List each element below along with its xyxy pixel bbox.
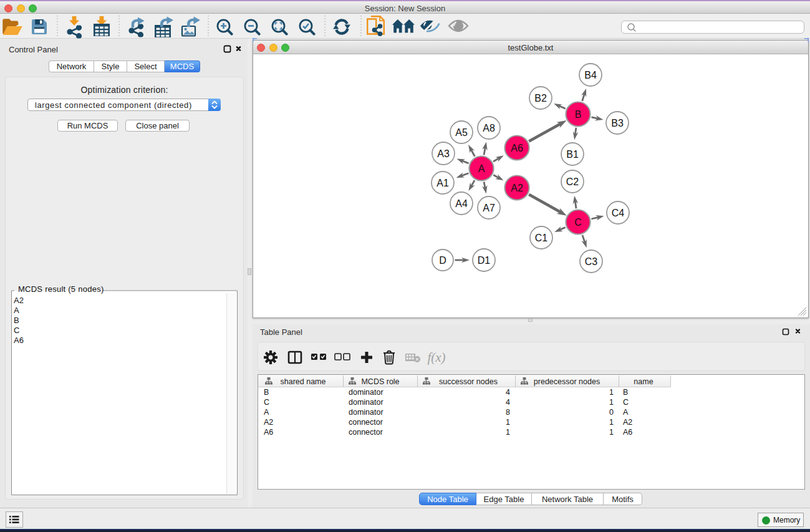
svg-text:A2: A2 (623, 418, 632, 427)
svg-text:shared name: shared name (281, 377, 326, 386)
svg-text:A8: A8 (483, 123, 495, 133)
svg-text:A5: A5 (455, 127, 468, 138)
svg-text:A6: A6 (264, 428, 273, 437)
svg-text:B4: B4 (584, 70, 597, 80)
svg-text:C: C (574, 217, 582, 228)
svg-text:A6: A6 (623, 428, 632, 437)
svg-text:C1: C1 (535, 233, 548, 243)
svg-text:dominator: dominator (349, 388, 383, 397)
svg-text:1: 1 (506, 428, 510, 437)
svg-text:name: name (634, 377, 653, 386)
svg-text:MCDS role: MCDS role (361, 377, 399, 386)
svg-text:B: B (575, 109, 582, 120)
svg-text:1: 1 (506, 418, 510, 427)
svg-text:B: B (264, 388, 269, 397)
svg-text:4: 4 (506, 398, 510, 407)
svg-text:B2: B2 (534, 93, 547, 104)
svg-text:A: A (623, 408, 629, 417)
svg-text:B3: B3 (611, 118, 624, 128)
svg-text:B1: B1 (566, 149, 579, 160)
svg-text:1: 1 (609, 398, 614, 407)
svg-text:8: 8 (506, 408, 510, 417)
svg-text:connector: connector (349, 428, 383, 437)
svg-text:C: C (623, 398, 629, 407)
svg-text:f(x): f(x) (427, 350, 445, 365)
svg-text:A1: A1 (436, 178, 449, 188)
svg-text:C: C (264, 398, 269, 407)
svg-text:predecessor nodes: predecessor nodes (534, 377, 600, 386)
svg-text:4: 4 (506, 388, 510, 397)
svg-text:A3: A3 (437, 148, 450, 159)
svg-text:successor nodes: successor nodes (439, 377, 498, 386)
svg-text:connector: connector (349, 418, 383, 427)
svg-text:A7: A7 (483, 203, 495, 213)
svg-text:A4: A4 (455, 198, 468, 209)
svg-text:1: 1 (609, 388, 614, 397)
svg-text:dominator: dominator (349, 408, 383, 417)
svg-text:A6: A6 (511, 143, 523, 153)
svg-text:1: 1 (609, 418, 614, 427)
svg-text:1: 1 (609, 428, 614, 437)
svg-text:A2: A2 (264, 418, 273, 427)
svg-text:dominator: dominator (349, 398, 383, 407)
svg-text:D: D (439, 255, 446, 266)
svg-text:C2: C2 (566, 177, 579, 187)
svg-text:D1: D1 (478, 255, 491, 266)
svg-text:A: A (264, 408, 269, 417)
svg-text:B: B (623, 388, 628, 397)
svg-text:A2: A2 (511, 183, 523, 193)
svg-text:A: A (478, 163, 485, 174)
svg-text:0: 0 (609, 408, 614, 417)
svg-text:C4: C4 (612, 208, 625, 218)
svg-text:C3: C3 (585, 256, 598, 267)
